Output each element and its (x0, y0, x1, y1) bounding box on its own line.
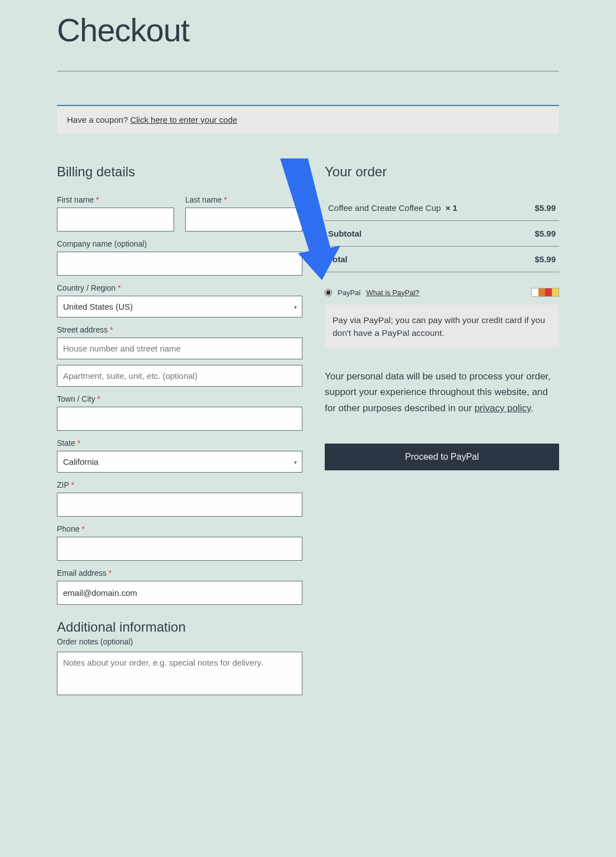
street-label: Street address * (57, 325, 302, 334)
order-notes-textarea[interactable] (57, 652, 302, 695)
privacy-text: Your personal data will be used to proce… (325, 369, 559, 417)
country-select[interactable]: United States (US) (57, 296, 302, 317)
payment-method-row: PayPal What is PayPal? (325, 288, 559, 297)
divider (57, 71, 559, 71)
coupon-prompt: Have a coupon? (67, 115, 130, 124)
last-name-input[interactable] (185, 208, 302, 232)
phone-label: Phone * (57, 524, 302, 533)
last-name-label: Last name * (185, 195, 302, 204)
additional-title: Additional information (57, 619, 302, 635)
order-item-price: $5.99 (519, 195, 559, 221)
billing-title: Billing details (57, 164, 302, 180)
state-select[interactable]: California (57, 451, 302, 473)
order-total-row: Total $5.99 (325, 247, 559, 272)
phone-input[interactable] (57, 537, 302, 561)
first-name-label: First name * (57, 195, 174, 204)
payment-method-label: PayPal (338, 288, 360, 297)
payment-description: Pay via PayPal; you can pay with your cr… (325, 305, 559, 349)
zip-input[interactable] (57, 493, 302, 517)
order-title: Your order (325, 164, 559, 180)
subtotal-value: $5.99 (519, 221, 559, 247)
total-label: Total (325, 247, 519, 272)
order-notes-label: Order notes (optional) (57, 637, 302, 646)
zip-label: ZIP * (57, 480, 302, 489)
state-label: State * (57, 439, 302, 447)
street1-input[interactable] (57, 338, 302, 359)
email-input[interactable] (57, 581, 302, 605)
what-is-paypal-link[interactable]: What is PayPal? (366, 288, 419, 297)
page-title: Checkout (57, 0, 559, 71)
order-subtotal-row: Subtotal $5.99 (325, 221, 559, 247)
country-label: Country / Region * (57, 283, 302, 292)
order-table: Coffee and Create Coffee Cup × 1 $5.99 S… (325, 195, 559, 272)
first-name-input[interactable] (57, 208, 174, 232)
email-label: Email address * (57, 569, 302, 577)
subtotal-label: Subtotal (325, 221, 519, 247)
privacy-policy-link[interactable]: privacy policy (474, 403, 531, 413)
paypal-radio[interactable] (325, 289, 332, 296)
order-item-qty: × 1 (445, 203, 457, 213)
paypal-cards-icon (531, 288, 559, 297)
total-value: $5.99 (519, 247, 559, 272)
company-label: Company name (optional) (57, 239, 302, 248)
proceed-button[interactable]: Proceed to PayPal (325, 444, 559, 470)
street2-input[interactable] (57, 365, 302, 387)
city-input[interactable] (57, 407, 302, 431)
order-item-name: Coffee and Create Coffee Cup (328, 203, 441, 213)
coupon-notice: Have a coupon? Click here to enter your … (57, 105, 559, 133)
order-item-row: Coffee and Create Coffee Cup × 1 $5.99 (325, 195, 559, 221)
city-label: Town / City * (57, 394, 302, 403)
coupon-link[interactable]: Click here to enter your code (130, 115, 237, 124)
company-input[interactable] (57, 252, 302, 276)
